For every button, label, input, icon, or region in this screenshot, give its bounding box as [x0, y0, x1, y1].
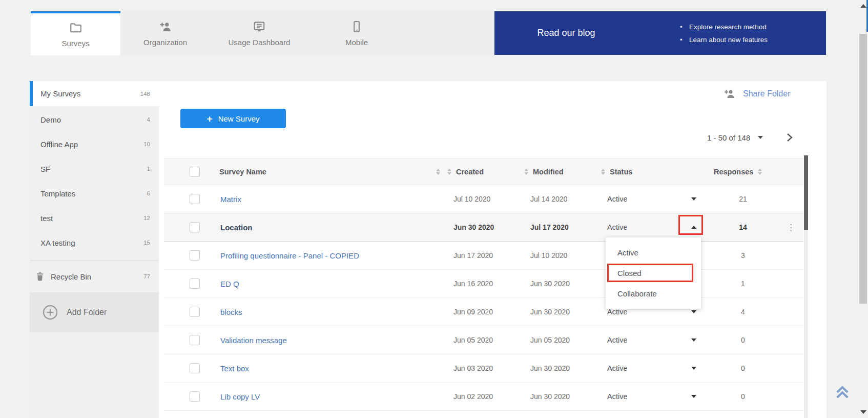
row-checkbox[interactable]	[190, 222, 200, 232]
tab-organization[interactable]: Organization	[120, 11, 210, 55]
modified-date: Jun 30 2020	[520, 280, 597, 288]
sort-icon[interactable]	[601, 169, 605, 175]
status-value: Active	[597, 392, 680, 401]
row-checkbox[interactable]	[190, 335, 200, 345]
new-survey-label: New Survey	[218, 114, 260, 123]
modified-date: Jul 14 2020	[520, 195, 597, 203]
responses-count: 14	[707, 223, 779, 231]
row-checkbox[interactable]	[190, 278, 200, 289]
banner-bullet: Explore research method	[680, 21, 768, 33]
survey-name-link[interactable]: Location	[220, 223, 253, 232]
created-date: Jun 02 2020	[443, 392, 520, 401]
scrollbar-up-arrow-icon[interactable]	[860, 4, 866, 8]
menu-item-active[interactable]: Active	[606, 242, 701, 263]
scrollbar-down-arrow-icon[interactable]	[860, 410, 866, 414]
sidebar-item-demo[interactable]: Demo 4	[30, 107, 159, 132]
modified-date: Jun 05 2020	[520, 336, 597, 344]
created-date: Jun 16 2020	[443, 280, 520, 288]
top-navigation: Surveys Organization Usage Dashboard Mob…	[31, 11, 826, 55]
table-scrollbar-thumb[interactable]	[804, 155, 808, 230]
sidebar-item-templates[interactable]: Templates 6	[30, 181, 159, 206]
tab-label: Mobile	[345, 38, 368, 47]
sidebar-item-xa-testing[interactable]: XA testing 15	[30, 230, 159, 255]
sort-icon[interactable]	[436, 169, 440, 175]
pagination-caret-icon[interactable]	[758, 136, 763, 139]
sidebar-item-my-surveys[interactable]: My Surveys 148	[30, 81, 159, 106]
select-all-checkbox[interactable]	[190, 167, 200, 177]
blog-banner: Read our blog Explore research method Le…	[494, 11, 826, 55]
table-row: Lib copy LV Jun 02 2020 Jun 30 2020 Acti…	[164, 383, 803, 411]
folder-count: 4	[147, 116, 150, 123]
survey-name-link[interactable]: ED Q	[220, 280, 239, 288]
status-value: Active	[597, 195, 680, 203]
sidebar-item-recycle-bin[interactable]: Recycle Bin 77	[30, 261, 159, 292]
next-page-chevron-icon[interactable]	[787, 133, 793, 142]
pagination: 1 - 50 of 148	[707, 133, 793, 142]
menu-item-collaborate[interactable]: Collaborate	[606, 283, 701, 304]
menu-item-closed[interactable]: Closed	[606, 263, 701, 283]
row-checkbox[interactable]	[190, 391, 200, 402]
share-folder-label: Share Folder	[743, 89, 791, 98]
row-checkbox[interactable]	[190, 194, 200, 204]
folder-count: 12	[143, 215, 150, 221]
trash-icon	[35, 271, 45, 282]
column-header-survey-name[interactable]: Survey Name	[219, 168, 443, 176]
sort-icon[interactable]	[758, 169, 762, 175]
new-survey-button[interactable]: + New Survey	[180, 109, 286, 128]
scroll-to-top-icon[interactable]	[833, 384, 852, 402]
add-folder-button[interactable]: Add Folder	[30, 292, 159, 332]
table-row: Text box Jun 03 2020 Jun 30 2020 Active …	[164, 354, 803, 383]
status-caret-down-icon[interactable]	[691, 367, 696, 370]
kebab-menu-icon[interactable]: ⋮	[779, 222, 803, 233]
folder-label: Templates	[40, 189, 147, 198]
survey-name-link[interactable]: Lib copy LV	[220, 392, 260, 401]
tab-surveys[interactable]: Surveys	[31, 11, 120, 55]
table-header-row: Survey Name Created Modified Status Resp…	[164, 158, 803, 185]
status-caret-down-icon[interactable]	[691, 197, 696, 201]
status-caret-down-icon[interactable]	[691, 339, 696, 342]
row-checkbox[interactable]	[190, 307, 200, 317]
column-header-modified[interactable]: Modified	[520, 168, 597, 176]
tab-mobile[interactable]: Mobile	[308, 11, 405, 55]
share-folder-button[interactable]: Share Folder	[722, 88, 791, 100]
content-card: My Surveys 148 Demo 4 Offline App 10 SF …	[30, 81, 826, 418]
tab-label: Surveys	[61, 39, 89, 48]
blog-banner-title[interactable]: Read our blog	[494, 28, 638, 38]
status-caret-up-icon[interactable]	[691, 226, 696, 229]
tab-usage-dashboard[interactable]: Usage Dashboard	[210, 11, 308, 55]
status-caret-down-icon[interactable]	[691, 310, 696, 313]
folder-label: My Surveys	[40, 89, 140, 98]
survey-name-link[interactable]: Text box	[220, 364, 249, 373]
folder-sidebar: My Surveys 148 Demo 4 Offline App 10 SF …	[30, 81, 159, 418]
sort-icon[interactable]	[524, 169, 528, 175]
page-scrollbar-thumb[interactable]	[859, 34, 867, 304]
row-checkbox[interactable]	[190, 363, 200, 373]
blog-banner-bullets: Explore research method Learn about new …	[680, 21, 768, 46]
tab-label: Usage Dashboard	[229, 38, 291, 47]
sidebar-item-offline-app[interactable]: Offline App 10	[30, 132, 159, 156]
sidebar-item-test[interactable]: test 12	[30, 206, 159, 230]
survey-name-link[interactable]: Profiling questionnaire - Panel - COPIED	[220, 251, 359, 260]
folder-label: Offline App	[40, 140, 143, 149]
created-date: Jun 30 2020	[443, 223, 520, 231]
modified-date: Jul 17 2020	[520, 223, 597, 231]
folder-list: Demo 4 Offline App 10 SF 1 Templates 6 t…	[30, 107, 159, 255]
modified-date: Jun 30 2020	[520, 308, 597, 316]
survey-name-link[interactable]: Validation message	[220, 336, 287, 345]
page-scrollbar-track[interactable]	[858, 0, 868, 418]
responses-count: 0	[707, 336, 779, 344]
row-checkbox[interactable]	[190, 250, 200, 261]
mobile-icon	[350, 20, 363, 33]
column-header-responses[interactable]: Responses	[707, 168, 779, 176]
pagination-range[interactable]: 1 - 50 of 148	[707, 133, 750, 142]
survey-name-link[interactable]: blocks	[220, 308, 242, 316]
column-header-status[interactable]: Status	[597, 168, 680, 176]
responses-count: 0	[707, 392, 779, 401]
column-header-created[interactable]: Created	[443, 168, 520, 176]
status-caret-down-icon[interactable]	[691, 395, 696, 398]
folder-count: 148	[140, 91, 150, 97]
sort-icon[interactable]	[447, 169, 451, 175]
table-scrollbar-track[interactable]	[804, 155, 808, 418]
survey-name-link[interactable]: Matrix	[220, 195, 241, 204]
sidebar-item-sf[interactable]: SF 1	[30, 156, 159, 181]
